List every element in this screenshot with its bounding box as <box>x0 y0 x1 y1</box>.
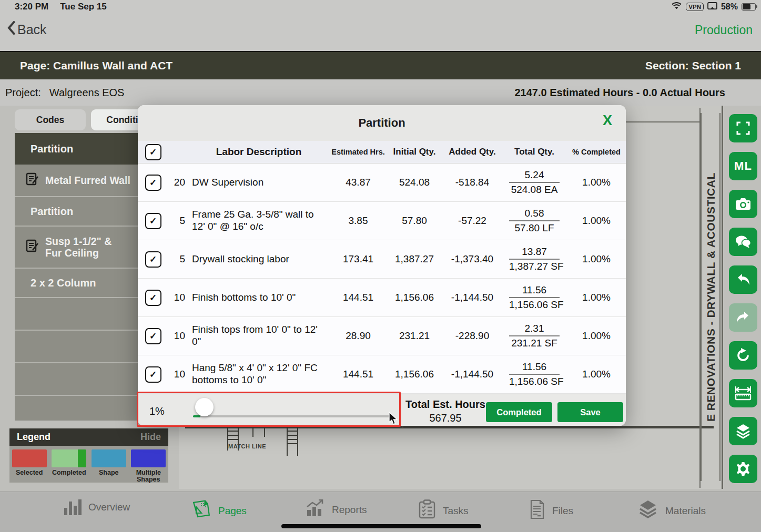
files-icon <box>529 499 545 522</box>
production-button[interactable]: Production <box>695 23 753 37</box>
project-name: Walgreens EOS <box>49 87 125 98</box>
chat-button[interactable] <box>729 228 757 256</box>
ml-label: ML <box>734 159 752 173</box>
reports-icon <box>305 499 325 520</box>
row-checkbox[interactable] <box>145 251 161 268</box>
status-indicators: VPN 58% <box>671 2 756 12</box>
sidebar-item-label: 2 x 2 Column <box>31 277 96 289</box>
table-header-row: Labor Description Estimated Hrs. Initial… <box>138 141 626 163</box>
col-labor-description: Labor Description <box>187 146 330 158</box>
overview-icon <box>64 499 82 515</box>
total-qty-fraction: 11.561,156.06 SF <box>509 361 560 387</box>
ml-button[interactable]: ML <box>729 152 757 180</box>
col-estimated-hrs: Estimated Hrs. <box>330 148 386 156</box>
page-header-bar: Page: Camillus Wall and ACT Section: Sec… <box>0 51 761 79</box>
back-button[interactable]: Back <box>7 21 47 38</box>
labor-description: Hang 5/8" x 4' 0" x 12' 0" FC bottoms to… <box>187 362 330 386</box>
legend-entry-selected: Selected <box>12 449 47 483</box>
row-checkbox[interactable] <box>145 366 161 383</box>
status-date: Tue Sep 15 <box>60 2 107 12</box>
col-added-qty: Added Qty. <box>443 147 502 157</box>
back-label: Back <box>17 22 47 37</box>
home-indicator[interactable] <box>281 524 481 528</box>
document-edit-icon <box>25 172 39 189</box>
undo-icon <box>735 272 752 287</box>
nav-tasks[interactable]: Tasks <box>418 499 469 522</box>
fullscreen-icon <box>735 120 751 136</box>
save-button[interactable]: Save <box>557 402 623 422</box>
legend-title: Legend <box>17 432 50 443</box>
settings-button[interactable] <box>729 455 757 483</box>
row-checkbox[interactable] <box>145 328 161 344</box>
blueprint-ladder <box>287 423 298 456</box>
total-qty-fraction: 5.24524.08 EA <box>509 169 560 196</box>
pages-icon <box>190 499 211 522</box>
legend-entry-multiple-shapes: Multiple Shapes <box>131 449 166 483</box>
table-row[interactable]: 20 DW Supervision 43.87 524.08 -518.84 5… <box>138 163 626 202</box>
row-checkbox[interactable] <box>145 175 161 191</box>
battery-icon <box>742 3 756 11</box>
labor-description: DW Supervision <box>187 177 330 189</box>
screen-mirroring-icon <box>707 2 717 12</box>
hours-summary: 2147.0 Estimated Hours - 0.0 Actual Hour… <box>514 87 725 99</box>
nav-pages[interactable]: Pages <box>190 499 247 522</box>
status-clock: 3:20 PMTue Sep 15 <box>15 2 107 12</box>
nav-files[interactable]: Files <box>529 499 573 522</box>
total-qty-fraction: 2.31231.21 SF <box>509 323 560 349</box>
nav-overview[interactable]: Overview <box>64 499 130 515</box>
labor-description: Frame 25 Ga. 3-5/8" wall to 12' 0" @ 16"… <box>187 209 330 233</box>
wifi-icon <box>671 2 682 12</box>
battery-percent: 58% <box>721 2 738 12</box>
nav-reports[interactable]: Reports <box>305 499 367 520</box>
fullscreen-button[interactable] <box>729 114 757 142</box>
status-nav-zone: 3:20 PMTue Sep 15 VPN 58% Back Productio… <box>0 0 761 51</box>
partition-dialog: Partition X Labor Description Estimated … <box>138 105 626 426</box>
close-button[interactable]: X <box>603 114 612 128</box>
sidebar-item-label: Partition <box>31 206 73 218</box>
legend-hide-button[interactable]: Hide <box>140 432 161 443</box>
measure-button[interactable] <box>729 379 757 407</box>
table-row[interactable]: 5 Drywall stocking labor 173.41 1,387.27… <box>138 240 626 279</box>
table-row[interactable]: 10 Hang 5/8" x 4' 0" x 12' 0" FC bottoms… <box>138 355 626 394</box>
row-checkbox[interactable] <box>145 213 161 229</box>
legend-swatch-multiple-shapes <box>131 449 166 467</box>
rotate-button[interactable] <box>729 341 757 370</box>
select-all-checkbox[interactable] <box>145 144 161 160</box>
completed-button[interactable]: Completed <box>486 402 552 422</box>
legend-swatch-selected <box>12 449 47 467</box>
chat-icon <box>735 234 752 249</box>
document-edit-icon <box>25 239 39 255</box>
redo-icon <box>735 310 752 325</box>
mouse-cursor <box>388 412 400 427</box>
tab-codes[interactable]: Codes <box>15 109 86 130</box>
total-est-hours: Total Est. Hours 567.95 <box>398 398 493 424</box>
redo-button[interactable] <box>729 303 757 332</box>
table-row[interactable]: 5 Frame 25 Ga. 3-5/8" wall to 12' 0" @ 1… <box>138 202 626 240</box>
drawing-vertical-title: E RENOVATIONS - DRYWALL & ACOUSTICAL <box>702 113 721 481</box>
sidebar-item-label: Susp 1-1/2" & Fur Ceiling <box>45 236 124 259</box>
title-block-rule <box>699 108 701 488</box>
undo-button[interactable] <box>729 265 757 294</box>
dialog-header: Partition X <box>138 105 626 141</box>
total-qty-fraction: 13.871,387.27 SF <box>509 246 560 272</box>
vpn-badge: VPN <box>686 3 704 11</box>
materials-icon <box>637 499 658 522</box>
annotation-highlight <box>137 392 401 427</box>
camera-button[interactable] <box>729 190 757 218</box>
labor-description: Drywall stocking labor <box>187 253 330 265</box>
col-total-qty: Total Qty. <box>502 147 567 157</box>
row-checkbox[interactable] <box>145 290 161 306</box>
legend-entry-completed: Completed <box>52 449 86 483</box>
dialog-title: Partition <box>358 116 405 130</box>
nav-materials[interactable]: Materials <box>637 499 706 522</box>
tasks-icon <box>418 499 436 522</box>
project-label: Project: <box>5 87 41 98</box>
total-qty-fraction: 0.5857.80 LF <box>509 208 560 234</box>
table-row[interactable]: 10 Finish tops from 10' 0" to 12' 0" 28.… <box>138 317 626 355</box>
table-row[interactable]: 10 Finish bottoms to 10' 0" 144.51 1,156… <box>138 279 626 317</box>
labor-description: Finish tops from 10' 0" to 12' 0" <box>187 324 330 348</box>
col-pct-completed: % Completed <box>567 148 626 156</box>
layers-button[interactable] <box>729 417 757 445</box>
blueprint-line <box>626 121 701 122</box>
measure-icon <box>735 385 752 401</box>
